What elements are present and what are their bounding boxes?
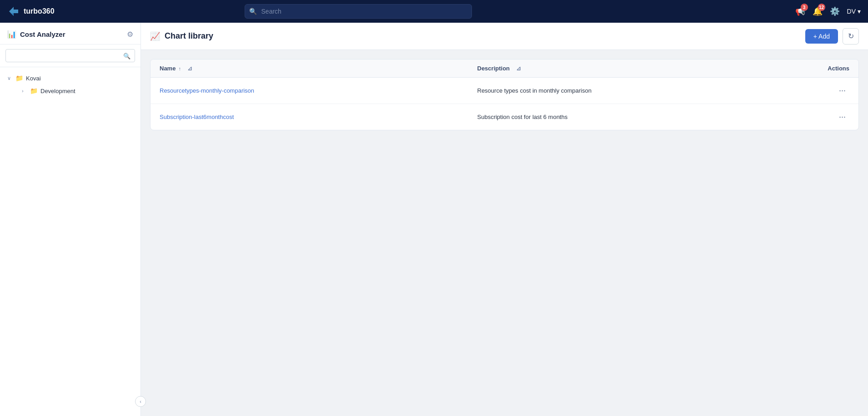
search-icon: 🔍: [249, 8, 257, 15]
sidebar: 📊 Cost Analyzer ⚙ 🔍 ∨ 📁 Kovai › 📁 Develo…: [0, 23, 141, 416]
header-actions: + Add ↻: [805, 28, 859, 45]
notifications-button[interactable]: 📢 3: [795, 6, 805, 16]
chart-name-cell-2[interactable]: Subscription-last6monthcost: [160, 114, 477, 120]
page-title: Chart library: [165, 31, 213, 41]
refresh-button[interactable]: ↻: [843, 28, 859, 45]
notifications-badge: 3: [801, 4, 808, 11]
sidebar-search-icon: 🔍: [123, 52, 130, 59]
user-initials: DV: [847, 8, 856, 15]
column-description-label: Description: [477, 65, 510, 72]
column-header-name: Name ↑ ⊿: [160, 65, 477, 72]
alerts-button[interactable]: 🔔 12: [813, 6, 823, 16]
chart-actions-cell-2: ···: [795, 110, 849, 124]
cost-analyzer-icon: 📊: [7, 30, 16, 39]
actions-menu-button-1[interactable]: ···: [835, 84, 849, 97]
sidebar-search-area: 🔍: [0, 45, 140, 67]
sort-ascending-icon[interactable]: ↑: [178, 66, 181, 71]
folder-icon-development: 📁: [30, 87, 38, 94]
column-name-label: Name: [160, 65, 176, 72]
sidebar-tree: ∨ 📁 Kovai › 📁 Development: [0, 67, 140, 416]
turbo360-logo-icon: [7, 5, 20, 18]
table-row: Resourcetypes-monthly-comparison Resourc…: [151, 78, 858, 104]
logo-area: turbo360: [7, 5, 80, 18]
collapse-icon: ‹: [140, 399, 141, 404]
table-container: Name ↑ ⊿ Description ⊿ Actions Resourcet…: [141, 50, 868, 416]
gear-icon: ⚙️: [830, 6, 840, 16]
global-search-bar: 🔍: [245, 4, 472, 19]
chart-description-cell-2: Subscription cost for last 6 months: [477, 114, 795, 120]
nav-right-area: 📢 3 🔔 12 ⚙️ DV ▾: [795, 6, 861, 16]
table-row: Subscription-last6monthcost Subscription…: [151, 104, 858, 130]
sidebar-header: 📊 Cost Analyzer ⚙: [0, 23, 140, 45]
tree-item-kovai[interactable]: ∨ 📁 Kovai: [0, 72, 140, 84]
sidebar-settings-icon[interactable]: ⚙: [127, 30, 133, 39]
sidebar-title-area: 📊 Cost Analyzer: [7, 30, 65, 39]
main-content: 📈 Chart library + Add ↻ Name ↑ ⊿: [141, 23, 868, 416]
filter-name-icon[interactable]: ⊿: [187, 65, 192, 72]
add-button[interactable]: + Add: [805, 29, 838, 44]
column-header-description: Description ⊿: [477, 65, 795, 72]
chart-library-table: Name ↑ ⊿ Description ⊿ Actions Resourcet…: [150, 59, 859, 130]
chart-name-cell-1[interactable]: Resourcetypes-monthly-comparison: [160, 87, 477, 94]
actions-menu-button-2[interactable]: ···: [835, 110, 849, 124]
column-actions-label: Actions: [828, 65, 849, 72]
chevron-down-icon: ▾: [858, 8, 861, 15]
top-navigation: turbo360 🔍 📢 3 🔔 12 ⚙️ DV ▾: [0, 0, 868, 23]
chart-library-icon: 📈: [150, 31, 160, 41]
filter-description-icon[interactable]: ⊿: [516, 65, 521, 72]
page-title-area: 📈 Chart library: [150, 31, 213, 41]
sidebar-collapse-button[interactable]: ‹: [135, 396, 146, 407]
chevron-down-icon: ∨: [7, 75, 13, 81]
tree-label-development: Development: [40, 88, 75, 94]
sidebar-search-input[interactable]: [5, 49, 135, 62]
table-header: Name ↑ ⊿ Description ⊿ Actions: [151, 59, 858, 78]
tree-item-development[interactable]: › 📁 Development: [0, 84, 140, 97]
column-header-actions: Actions: [795, 65, 849, 72]
chart-actions-cell-1: ···: [795, 84, 849, 97]
app-name: turbo360: [24, 7, 55, 15]
app-body: 📊 Cost Analyzer ⚙ 🔍 ∨ 📁 Kovai › 📁 Develo…: [0, 0, 868, 416]
folder-icon-kovai: 📁: [15, 74, 23, 82]
tree-label-kovai: Kovai: [26, 75, 41, 82]
user-menu[interactable]: DV ▾: [847, 8, 861, 15]
settings-button[interactable]: ⚙️: [830, 6, 840, 16]
chart-description-cell-1: Resource types cost in monthly compariso…: [477, 87, 795, 94]
sidebar-title: Cost Analyzer: [20, 30, 65, 38]
chevron-right-icon: ›: [22, 88, 27, 94]
content-header: 📈 Chart library + Add ↻: [141, 23, 868, 50]
search-input[interactable]: [245, 4, 472, 19]
refresh-icon: ↻: [848, 32, 854, 40]
alerts-badge: 12: [818, 4, 825, 11]
